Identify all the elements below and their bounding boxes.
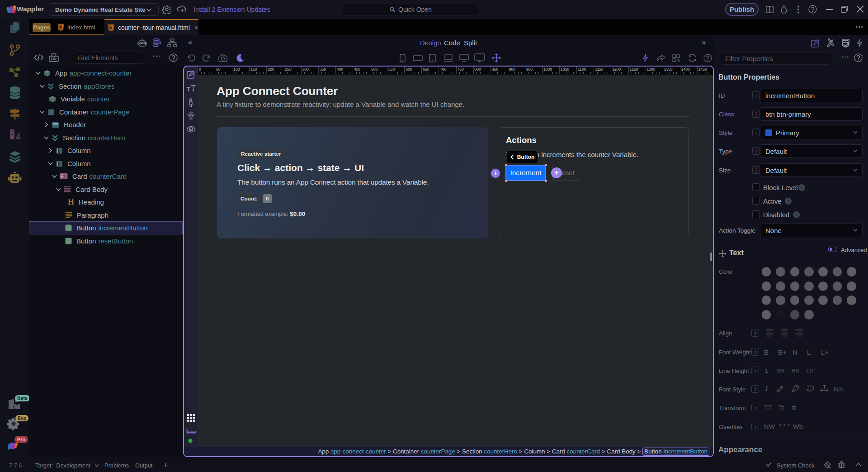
svg-text:5: 5 [60,25,62,29]
svg-text:5: 5 [110,26,112,30]
